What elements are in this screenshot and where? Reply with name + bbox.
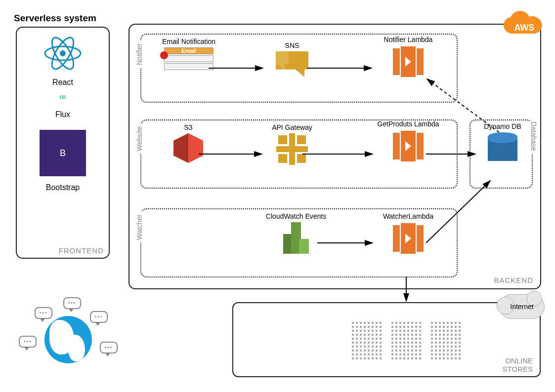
flux-caption: Flux [17,110,109,119]
internet-cloud-icon: Internet [499,294,545,319]
dynamo-node: Dynamo DB [475,122,530,166]
email-notification-node: Email Notification Email [159,38,218,70]
diagram-title: Serverless system [14,13,96,24]
lambda-icon [392,222,425,255]
lambda-icon [392,45,425,78]
internet-label: Internet [510,303,533,311]
email-bar-label: Email [164,47,213,54]
online-label-2: STORES [503,365,533,373]
react-caption: React [17,78,109,87]
online-label-1: ONLINE [503,356,533,365]
notifier-lambda-node: Notifier Lambda [374,36,443,78]
apigw-caption: API Gateway [265,123,319,131]
aws-text: AWS [514,23,534,33]
frontend-label: FRONTEND [59,246,104,255]
cloudwatch-caption: CloudWatch Events [259,212,333,220]
lane-website-title: Website [135,123,143,154]
watcher-lambda-node: WatcherLambda [374,212,443,255]
frontend-panel: React ∞ Flux B Bootstrap FRONTEND [16,27,110,259]
email-caption: Email Notification [159,38,218,45]
lane-database: Database Dynamo DB [470,119,533,189]
getproducts-caption: GetProduts Lambda [374,120,443,128]
chat-bubble-icon: ••• [35,307,52,319]
s3-icon [173,133,203,163]
dynamo-icon [488,132,517,166]
lane-watcher-title: Watcher [135,211,143,243]
cloudwatch-icon [281,222,311,254]
getproducts-lambda-node: GetProduts Lambda [374,120,443,162]
chat-bubble-icon: ••• [100,342,118,353]
backend-label: BACKEND [494,276,533,284]
dynamo-caption: Dynamo DB [475,122,530,130]
lane-notifier-title: Notifier [135,40,143,68]
notifier-lambda-caption: Notifier Lambda [374,36,443,43]
react-icon [17,35,109,74]
apigw-node: API Gateway [265,123,319,165]
cloudwatch-node: CloudWatch Events [259,212,333,254]
sns-icon [276,51,308,77]
globe-icon [44,316,92,363]
flux-icon: ∞ [17,92,109,102]
s3-caption: S3 [166,123,211,131]
bootstrap-glyph: B [60,148,66,158]
store-building-icon [352,322,382,361]
email-icon: Email [164,47,213,70]
sns-node: SNS [270,41,314,77]
bootstrap-icon: B [40,130,86,176]
svg-point-3 [60,50,66,56]
lambda-icon [392,130,425,162]
store-building-icon [391,322,421,361]
online-stores-label: ONLINE STORES [503,356,533,373]
s3-node: S3 [166,123,211,163]
globe-area: ••• ••• ••• ••• ••• [15,296,119,380]
chat-bubble-icon: ••• [90,311,108,323]
chat-bubble-icon: ••• [63,297,81,309]
online-stores-panel: ONLINE STORES Internet [232,302,541,377]
lane-database-title: Database [530,118,538,154]
bootstrap-caption: Bootstrap [17,183,109,192]
lane-notifier: Notifier Email Notification Email SNS No… [140,34,458,103]
chat-bubble-icon: ••• [19,336,37,348]
watcher-lambda-caption: WatcherLambda [374,212,443,220]
backend-panel: BACKEND AWS Notifier Email Notification … [128,24,541,289]
lane-website: Website S3 API Gateway GetProduts Lambda [140,119,458,189]
lane-watcher: Watcher CloudWatch Events WatcherLambda [140,208,458,277]
apigw-icon [276,133,308,165]
aws-cloud-icon: AWS [503,11,546,40]
sns-caption: SNS [270,41,314,49]
store-building-icon [431,322,461,361]
